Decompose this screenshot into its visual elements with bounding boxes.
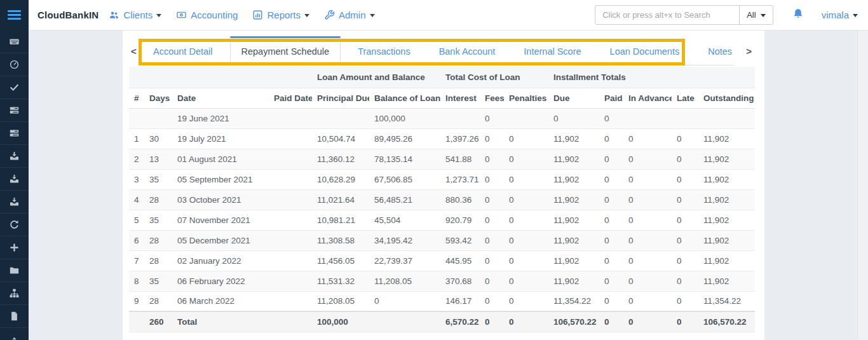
table-cell — [440, 108, 480, 128]
sidebar-item-sitemap[interactable] — [0, 282, 29, 305]
table-row: 19 June 2021100,000000 — [129, 108, 755, 128]
nav-item-admin[interactable]: Admin — [324, 10, 375, 20]
table-cell: 0 — [480, 210, 504, 230]
sidebar-item-tasks[interactable] — [0, 99, 29, 122]
table-row: 92806 March 202211,208.050146.170011,354… — [129, 291, 755, 311]
table-row: 42803 October 202111,021.6456,485.21880.… — [129, 189, 755, 210]
tab-internal-score[interactable]: Internal Score — [512, 38, 592, 65]
table-cell: 0 — [504, 230, 548, 250]
table-cell: 0 — [599, 210, 623, 230]
table-cell: 0 — [548, 108, 599, 128]
sidebar-item-refresh[interactable] — [0, 214, 29, 236]
table-row: 53507 November 202110,981.2145,504920.79… — [129, 210, 755, 230]
user-menu[interactable]: vimala — [822, 10, 858, 20]
nav-item-accounting[interactable]: Accounting — [176, 10, 238, 20]
tab-scroll-left-button[interactable]: < — [131, 46, 137, 56]
tasks-icon — [9, 128, 20, 139]
sidebar-item-download[interactable] — [0, 191, 29, 214]
table-cell: 0 — [623, 128, 672, 149]
table-cell: 11,208.05 — [369, 271, 440, 291]
tab-transactions[interactable]: Transactions — [346, 38, 421, 65]
table-row: 72802 January 202211,456.0522,739.37445.… — [129, 250, 755, 271]
table-cell: 07 November 2021 — [172, 210, 269, 230]
sidebar-item-file[interactable] — [0, 305, 29, 328]
sidebar-item-download[interactable] — [0, 168, 29, 191]
table-cell: 05 September 2021 — [172, 169, 269, 189]
table-cell: 0 — [480, 169, 504, 189]
wrench-icon — [324, 10, 335, 20]
tab-repayment-schedule[interactable]: Repayment Schedule — [230, 36, 341, 65]
table-cell: 9 — [129, 291, 144, 311]
table-cell — [698, 108, 755, 128]
page-scrollbar[interactable] — [857, 31, 868, 340]
table-cell — [129, 108, 144, 128]
table-cell: 7 — [129, 250, 144, 271]
table-cell — [672, 108, 698, 128]
nav-item-reports[interactable]: Reports — [252, 10, 309, 20]
table-cell — [269, 108, 312, 128]
notifications-button[interactable] — [792, 8, 804, 23]
table-cell: 8 — [129, 271, 144, 291]
folder-icon — [9, 265, 20, 276]
chevron-down-icon — [304, 14, 309, 17]
search-input[interactable] — [595, 5, 740, 25]
total-cell — [269, 311, 312, 332]
nav-item-clients[interactable]: Clients — [109, 10, 161, 20]
table-cell: 28 — [144, 230, 172, 250]
table-cell: 78,135.14 — [369, 149, 440, 169]
table-cell: 11,354.22 — [698, 291, 755, 311]
table-cell: 0 — [672, 169, 698, 189]
table-cell: 28 — [144, 189, 172, 210]
table-cell: 1,397.26 — [440, 128, 480, 149]
search-scope-dropdown[interactable]: All — [739, 5, 773, 25]
tab-scroll-right-button[interactable]: > — [746, 46, 752, 56]
table-cell — [269, 250, 312, 271]
table-cell: 0 — [504, 210, 548, 230]
users-icon — [109, 10, 119, 20]
sidebar-item-folder[interactable] — [0, 259, 29, 282]
column-header-days: Days — [144, 88, 172, 108]
table-cell: 0 — [623, 189, 672, 210]
table-row: 21301 August 202111,360.1278,135.14541.8… — [129, 149, 755, 169]
tab-label: Transactions — [358, 46, 410, 57]
brand-logo[interactable]: CloudBankIN — [29, 10, 98, 20]
chevron-down-icon — [156, 14, 161, 17]
table-cell: 11,902 — [548, 210, 599, 230]
table-cell: 11,902 — [548, 189, 599, 210]
sidebar-item-upload[interactable] — [0, 328, 29, 340]
sidebar-item-plus[interactable] — [0, 236, 29, 259]
sidebar-item-keyboard[interactable] — [0, 31, 29, 53]
sidebar-toggle-button[interactable] — [0, 0, 29, 31]
total-cell — [129, 311, 144, 332]
sidebar-item-check[interactable] — [0, 76, 29, 99]
table-cell: 11,902 — [548, 230, 599, 250]
total-cell — [369, 311, 440, 332]
download-icon — [9, 151, 20, 161]
table-cell: 11,902 — [548, 271, 599, 291]
sidebar-item-download[interactable] — [0, 145, 29, 168]
tab-account-detail[interactable]: Account Detail — [142, 38, 224, 65]
table-cell: 11,902 — [548, 149, 599, 169]
table-cell: 0 — [480, 189, 504, 210]
table-cell: 22,739.37 — [369, 250, 440, 271]
table-cell: 0 — [599, 169, 623, 189]
sidebar-item-tasks[interactable] — [0, 122, 29, 145]
table-cell: 10,504.74 — [312, 128, 369, 149]
table-cell: 0 — [480, 230, 504, 250]
top-navbar: CloudBankIN ClientsAccountingReportsAdmi… — [0, 0, 868, 31]
user-name: vimala — [822, 10, 849, 20]
table-cell: 880.36 — [440, 189, 480, 210]
tab-loan-documents[interactable]: Loan Documents — [599, 38, 691, 65]
sidebar-item-tachometer[interactable] — [0, 53, 29, 76]
column-header-outstanding: Outstanding — [698, 88, 755, 108]
nav-item-label: Clients — [123, 10, 153, 20]
tab-notes[interactable]: Notes — [696, 38, 743, 65]
nav-item-label: Reports — [267, 10, 301, 20]
total-cell: 100,000 — [312, 311, 369, 332]
table-cell: 593.42 — [440, 230, 480, 250]
chevron-down-icon — [761, 14, 766, 17]
chevron-down-icon — [370, 14, 375, 17]
tab-bank-account[interactable]: Bank Account — [428, 38, 507, 65]
column-header-in-advance: In Advance — [623, 88, 672, 108]
table-cell: 0 — [599, 250, 623, 271]
